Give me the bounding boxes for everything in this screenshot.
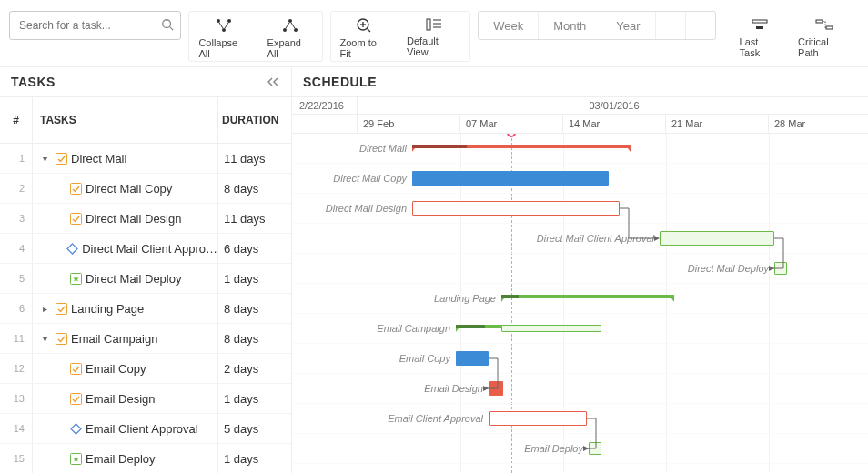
- task-cell[interactable]: Direct Mail Deploy: [33, 264, 218, 293]
- tasks-panel-title: TASKS: [11, 75, 56, 89]
- task-row[interactable]: 14Email Client Approval5 days: [0, 414, 291, 444]
- task-label: Direct Mail Design: [86, 212, 181, 226]
- svg-rect-16: [752, 20, 767, 23]
- gantt-row: Email Copy: [292, 344, 868, 374]
- toggle-icon[interactable]: ▸: [38, 304, 51, 314]
- column-duration[interactable]: DURATION: [218, 97, 291, 143]
- task-label: Email Client Approval: [86, 422, 198, 436]
- view-week-button[interactable]: Week: [479, 12, 539, 39]
- view-year-button[interactable]: Year: [601, 12, 655, 39]
- task-row[interactable]: 12Email Copy2 days: [0, 354, 291, 384]
- column-tasks[interactable]: TASKS: [33, 97, 218, 143]
- svg-rect-19: [826, 26, 833, 29]
- task-number: 15: [0, 444, 33, 473]
- task-cell[interactable]: Direct Mail Client Appro…: [33, 234, 218, 263]
- collapse-panel-icon[interactable]: [266, 76, 280, 87]
- timeline-header: 2/22/2016 03/01/2016 29 Feb07 Mar14 Mar2…: [292, 97, 868, 134]
- view-next-button[interactable]: [686, 12, 715, 39]
- gantt-bar[interactable]: [412, 171, 609, 186]
- task-cell[interactable]: Direct Mail Design: [33, 204, 218, 233]
- zoom-to-fit-button[interactable]: Zoom to Fit: [331, 12, 398, 61]
- gantt-bar[interactable]: [456, 351, 489, 366]
- svg-line-9: [368, 29, 371, 33]
- view-month-button[interactable]: Month: [539, 12, 601, 39]
- task-number: 5: [0, 264, 33, 293]
- expand-all-button[interactable]: Expand All: [258, 12, 322, 61]
- collapse-all-button[interactable]: Collapse All: [189, 12, 257, 61]
- task-row[interactable]: 1▾Direct Mail11 days: [0, 144, 291, 174]
- svg-rect-25: [56, 333, 66, 344]
- check-orange-icon: [69, 182, 82, 195]
- svg-rect-17: [756, 26, 763, 29]
- task-duration: 8 days: [218, 324, 291, 353]
- task-label: Direct Mail Copy: [86, 182, 172, 196]
- task-cell[interactable]: ▾Direct Mail: [33, 144, 218, 173]
- default-view-icon: [426, 17, 442, 32]
- task-duration: 1 days: [218, 444, 291, 473]
- timeline-tick: 21 Mar: [666, 115, 769, 133]
- task-cell[interactable]: Email Design: [33, 384, 218, 413]
- gantt-label: Direct Mail Deploy: [660, 263, 769, 274]
- gantt-chart[interactable]: Direct MailDirect Mail CopyDirect Mail D…: [292, 134, 868, 473]
- task-cell[interactable]: Email Client Approval: [33, 414, 218, 443]
- task-row[interactable]: 15Email Deploy1 days: [0, 444, 291, 473]
- gantt-bar[interactable]: [660, 231, 774, 246]
- task-row[interactable]: 3Direct Mail Design11 days: [0, 204, 291, 234]
- task-duration: 2 days: [218, 354, 291, 383]
- gantt-label: Email Copy: [381, 353, 450, 364]
- task-label: Direct Mail Client Appro…: [82, 242, 217, 256]
- gantt-bar[interactable]: [489, 381, 503, 396]
- task-duration: 11 days: [218, 204, 291, 233]
- critical-path-icon: [815, 16, 833, 33]
- task-row[interactable]: 6▸Landing Page8 days: [0, 294, 291, 324]
- timeline-ticks: 29 Feb07 Mar14 Mar21 Mar28 Mar: [292, 115, 868, 133]
- critical-path-button[interactable]: Critical Path: [789, 11, 859, 62]
- search-input[interactable]: [9, 11, 181, 40]
- gantt-label: Direct Mail: [336, 143, 407, 154]
- task-number: 11: [0, 324, 33, 353]
- gantt-label: Email Campaign: [352, 323, 450, 334]
- task-number: 6: [0, 294, 33, 323]
- svg-point-0: [163, 20, 171, 28]
- task-cell[interactable]: Email Copy: [33, 354, 218, 383]
- gantt-bar[interactable]: [412, 201, 620, 216]
- schedule-panel: SCHEDULE 2/22/2016 03/01/2016 29 Feb07 M…: [292, 67, 868, 473]
- toggle-icon[interactable]: ▾: [38, 154, 51, 164]
- star-green-icon: [69, 452, 82, 465]
- check-orange-icon: [55, 152, 67, 165]
- view-prev-button[interactable]: [656, 12, 686, 39]
- timeline-header-top: 2/22/2016 03/01/2016: [292, 97, 868, 115]
- task-cell[interactable]: Email Deploy: [33, 444, 218, 473]
- task-row[interactable]: 11▾Email Campaign8 days: [0, 324, 291, 354]
- task-label: Email Campaign: [71, 332, 157, 346]
- check-orange-icon: [55, 332, 67, 345]
- tasks-column-header: # TASKS DURATION: [0, 97, 291, 144]
- gantt-milestone[interactable]: [774, 262, 787, 275]
- star-green-icon: [69, 272, 82, 285]
- task-row[interactable]: 5Direct Mail Deploy1 days: [0, 264, 291, 294]
- gantt-label: Landing Page: [410, 293, 496, 304]
- toolbar-group-expand: Collapse All Expand All: [188, 11, 322, 62]
- task-duration: 8 days: [218, 174, 291, 203]
- task-duration: 11 days: [218, 144, 291, 173]
- task-row[interactable]: 13Email Design1 days: [0, 384, 291, 414]
- task-cell[interactable]: ▸Landing Page: [33, 294, 218, 323]
- last-task-button[interactable]: Last Task: [731, 11, 789, 62]
- search-icon[interactable]: [161, 18, 174, 31]
- gantt-summary-bar[interactable]: [501, 295, 674, 302]
- task-row[interactable]: 4Direct Mail Client Appro…6 days: [0, 234, 291, 264]
- task-label: Direct Mail: [71, 152, 126, 166]
- gantt-milestone[interactable]: [589, 442, 601, 455]
- gantt-bar[interactable]: [489, 411, 587, 426]
- toggle-icon[interactable]: ▾: [38, 334, 51, 344]
- last-task-label: Last Task: [740, 36, 780, 58]
- default-view-button[interactable]: Default View: [398, 12, 469, 61]
- task-cell[interactable]: ▾Email Campaign: [33, 324, 218, 353]
- schedule-panel-title: SCHEDULE: [292, 67, 868, 97]
- gantt-summary-bar[interactable]: [412, 145, 631, 152]
- task-label: Direct Mail Deploy: [86, 272, 181, 286]
- task-cell[interactable]: Direct Mail Copy: [33, 174, 218, 203]
- gantt-bar[interactable]: [501, 325, 601, 332]
- task-row[interactable]: 2Direct Mail Copy8 days: [0, 174, 291, 204]
- svg-point-7: [294, 28, 298, 32]
